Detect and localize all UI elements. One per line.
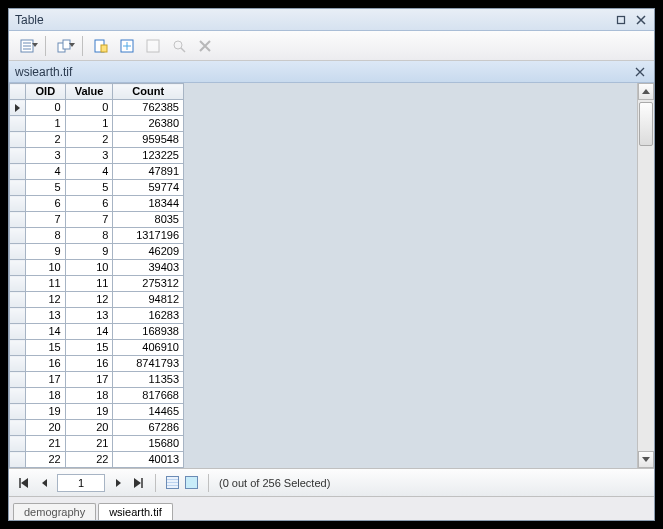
cell-count[interactable]: 94812 [113, 292, 184, 308]
cell-count[interactable]: 46209 [113, 244, 184, 260]
cell-value[interactable]: 20 [65, 420, 113, 436]
cell-oid[interactable]: 11 [25, 276, 65, 292]
next-record-button[interactable] [111, 476, 125, 490]
table-row[interactable]: 1818817668 [10, 388, 184, 404]
row-header[interactable] [10, 436, 26, 452]
cell-count[interactable]: 8035 [113, 212, 184, 228]
cell-value[interactable]: 19 [65, 404, 113, 420]
cell-oid[interactable]: 0 [25, 100, 65, 116]
clear-selection-button[interactable] [141, 34, 165, 58]
cell-oid[interactable]: 10 [25, 260, 65, 276]
cell-value[interactable]: 1 [65, 116, 113, 132]
cell-value[interactable]: 9 [65, 244, 113, 260]
scroll-down-button[interactable] [638, 451, 654, 468]
row-header[interactable] [10, 164, 26, 180]
table-row[interactable]: 5559774 [10, 180, 184, 196]
cell-oid[interactable]: 18 [25, 388, 65, 404]
column-header-count[interactable]: Count [113, 84, 184, 100]
cell-value[interactable]: 7 [65, 212, 113, 228]
cell-value[interactable]: 12 [65, 292, 113, 308]
cell-oid[interactable]: 13 [25, 308, 65, 324]
row-header[interactable] [10, 372, 26, 388]
row-header[interactable] [10, 292, 26, 308]
table-row[interactable]: 22959548 [10, 132, 184, 148]
row-header[interactable] [10, 452, 26, 468]
cell-oid[interactable]: 1 [25, 116, 65, 132]
table-row[interactable]: 00762385 [10, 100, 184, 116]
table-row[interactable]: 171711353 [10, 372, 184, 388]
row-header[interactable] [10, 116, 26, 132]
cell-count[interactable]: 3473 [113, 468, 184, 469]
table-row[interactable]: 222240013 [10, 452, 184, 468]
table-grid[interactable]: OID Value Count 007623851126380229595483… [9, 83, 184, 468]
table-row[interactable]: 778035 [10, 212, 184, 228]
cell-count[interactable]: 8741793 [113, 356, 184, 372]
cell-count[interactable]: 762385 [113, 100, 184, 116]
cell-count[interactable]: 15680 [113, 436, 184, 452]
cell-oid[interactable]: 12 [25, 292, 65, 308]
table-row[interactable]: 4447891 [10, 164, 184, 180]
zoom-to-selected-button[interactable] [167, 34, 191, 58]
cell-value[interactable]: 21 [65, 436, 113, 452]
cell-value[interactable]: 2 [65, 132, 113, 148]
switch-selection-button[interactable] [115, 34, 139, 58]
cell-value[interactable]: 18 [65, 388, 113, 404]
cell-value[interactable]: 10 [65, 260, 113, 276]
cell-oid[interactable]: 14 [25, 324, 65, 340]
table-row[interactable]: 23233473 [10, 468, 184, 469]
cell-count[interactable]: 11353 [113, 372, 184, 388]
table-row[interactable]: 16168741793 [10, 356, 184, 372]
table-row[interactable]: 1515406910 [10, 340, 184, 356]
related-tables-dropdown[interactable] [52, 34, 76, 58]
row-header[interactable] [10, 260, 26, 276]
cell-count[interactable]: 406910 [113, 340, 184, 356]
cell-oid[interactable]: 6 [25, 196, 65, 212]
cell-oid[interactable]: 21 [25, 436, 65, 452]
vertical-scrollbar[interactable] [637, 83, 654, 468]
cell-oid[interactable]: 22 [25, 452, 65, 468]
table-row[interactable]: 1126380 [10, 116, 184, 132]
row-header[interactable] [10, 388, 26, 404]
cell-oid[interactable]: 3 [25, 148, 65, 164]
row-header[interactable] [10, 276, 26, 292]
cell-count[interactable]: 16283 [113, 308, 184, 324]
current-record-input[interactable] [57, 474, 105, 492]
row-header[interactable] [10, 212, 26, 228]
cell-value[interactable]: 17 [65, 372, 113, 388]
column-header-value[interactable]: Value [65, 84, 113, 100]
show-all-records-button[interactable] [166, 476, 179, 489]
cell-value[interactable]: 3 [65, 148, 113, 164]
row-header[interactable] [10, 356, 26, 372]
tab-wsiearth[interactable]: wsiearth.tif [98, 503, 173, 520]
row-header[interactable] [10, 404, 26, 420]
cell-value[interactable]: 23 [65, 468, 113, 469]
cell-count[interactable]: 67286 [113, 420, 184, 436]
cell-value[interactable]: 6 [65, 196, 113, 212]
table-options-dropdown[interactable] [15, 34, 39, 58]
cell-oid[interactable]: 8 [25, 228, 65, 244]
table-row[interactable]: 101039403 [10, 260, 184, 276]
cell-oid[interactable]: 20 [25, 420, 65, 436]
row-header[interactable] [10, 340, 26, 356]
table-row[interactable]: 6618344 [10, 196, 184, 212]
cell-value[interactable]: 11 [65, 276, 113, 292]
cell-value[interactable]: 13 [65, 308, 113, 324]
cell-count[interactable]: 1317196 [113, 228, 184, 244]
cell-oid[interactable]: 23 [25, 468, 65, 469]
scroll-track[interactable] [638, 100, 654, 451]
cell-oid[interactable]: 16 [25, 356, 65, 372]
row-header[interactable] [10, 420, 26, 436]
cell-count[interactable]: 817668 [113, 388, 184, 404]
cell-value[interactable]: 5 [65, 180, 113, 196]
cell-oid[interactable]: 9 [25, 244, 65, 260]
show-selected-records-button[interactable] [185, 476, 198, 489]
scroll-thumb[interactable] [639, 102, 653, 146]
row-header-corner[interactable] [10, 84, 26, 100]
row-header[interactable] [10, 228, 26, 244]
table-row[interactable]: 33123225 [10, 148, 184, 164]
column-header-oid[interactable]: OID [25, 84, 65, 100]
cell-value[interactable]: 16 [65, 356, 113, 372]
table-row[interactable]: 9946209 [10, 244, 184, 260]
delete-selected-button[interactable] [193, 34, 217, 58]
tab-demography[interactable]: demography [13, 503, 96, 520]
